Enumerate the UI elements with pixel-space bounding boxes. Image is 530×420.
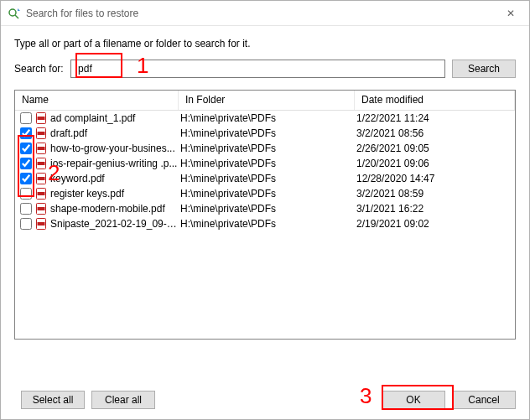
svg-rect-17 — [38, 222, 45, 226]
row-filename: shape-modern-mobile.pdf — [50, 203, 180, 215]
column-header-name[interactable]: Name — [15, 91, 179, 110]
app-icon — [8, 7, 21, 20]
row-date: 2/19/2021 09:02 — [356, 218, 510, 230]
row-date: 3/2/2021 08:56 — [356, 127, 510, 139]
row-date: 3/2/2021 08:59 — [356, 188, 510, 200]
svg-rect-7 — [38, 147, 45, 150]
clear-all-button[interactable]: Clear all — [91, 391, 155, 409]
file-list: Name In Folder Date modified ad complain… — [14, 90, 516, 340]
row-folder: H:\mine\private\PDFs — [180, 112, 356, 124]
row-checkbox[interactable] — [20, 158, 32, 169]
row-checkbox[interactable] — [20, 203, 32, 215]
row-folder: H:\mine\private\PDFs — [180, 203, 356, 215]
row-filename: ad complaint_1.pdf — [50, 112, 180, 124]
dialog-body: Type all or part of a filename or folder… — [1, 26, 529, 340]
dialog-footer: Select all Clear all OK Cancel — [1, 382, 529, 419]
dialog-window: Search for files to restore ✕ Type all o… — [0, 0, 530, 420]
table-row[interactable]: shape-modern-mobile.pdfH:\mine\private\P… — [15, 201, 515, 216]
row-filename: ios-repair-genius-writing .p... — [50, 158, 180, 169]
titlebar: Search for files to restore ✕ — [1, 1, 529, 26]
ok-button[interactable]: OK — [382, 391, 445, 409]
row-folder: H:\mine\private\PDFs — [180, 143, 356, 154]
row-filename: Snipaste_2021-02-19_09-02... — [50, 218, 180, 230]
row-folder: H:\mine\private\PDFs — [180, 127, 356, 139]
window-title: Search for files to restore — [26, 8, 492, 19]
pdf-file-icon — [35, 127, 47, 139]
row-date: 1/22/2021 11:24 — [356, 112, 510, 124]
row-checkbox[interactable] — [20, 218, 32, 230]
table-row[interactable]: register keys.pdfH:\mine\private\PDFs3/2… — [15, 186, 515, 201]
column-header-folder[interactable]: In Folder — [179, 91, 355, 110]
svg-rect-3 — [38, 117, 45, 120]
row-checkbox[interactable] — [20, 143, 32, 154]
table-row[interactable]: ios-repair-genius-writing .p...H:\mine\p… — [15, 156, 515, 171]
row-folder: H:\mine\private\PDFs — [180, 218, 356, 230]
svg-rect-11 — [38, 177, 45, 180]
row-date: 12/28/2020 14:47 — [356, 173, 510, 184]
row-filename: how-to-grow-your-busines... — [50, 143, 180, 154]
close-icon: ✕ — [507, 8, 515, 19]
row-checkbox[interactable] — [20, 173, 32, 184]
row-date: 1/20/2021 09:06 — [356, 158, 510, 169]
cancel-button[interactable]: Cancel — [452, 391, 516, 409]
pdf-file-icon — [35, 173, 47, 184]
pdf-file-icon — [35, 143, 47, 154]
row-folder: H:\mine\private\PDFs — [180, 173, 356, 184]
pdf-file-icon — [35, 158, 47, 169]
pdf-file-icon — [35, 112, 47, 124]
pdf-file-icon — [35, 188, 47, 200]
row-checkbox[interactable] — [20, 188, 32, 200]
list-rows: ad complaint_1.pdfH:\mine\private\PDFs1/… — [15, 111, 515, 231]
table-row[interactable]: how-to-grow-your-busines...H:\mine\priva… — [15, 141, 515, 156]
close-button[interactable]: ✕ — [492, 1, 529, 26]
row-checkbox[interactable] — [20, 112, 32, 124]
row-date: 2/26/2021 09:05 — [356, 143, 510, 154]
search-label: Search for: — [14, 63, 64, 75]
table-row[interactable]: draft.pdfH:\mine\private\PDFs3/2/2021 08… — [15, 126, 515, 141]
row-folder: H:\mine\private\PDFs — [180, 188, 356, 200]
instruction-text: Type all or part of a filename or folder… — [14, 38, 516, 49]
column-header-date[interactable]: Date modified — [355, 91, 515, 110]
pdf-file-icon — [35, 203, 47, 215]
pdf-file-icon — [35, 218, 47, 230]
row-filename: keyword.pdf — [50, 173, 180, 184]
svg-rect-15 — [38, 207, 45, 210]
svg-point-0 — [9, 9, 16, 16]
table-row[interactable]: ad complaint_1.pdfH:\mine\private\PDFs1/… — [15, 111, 515, 126]
row-filename: register keys.pdf — [50, 188, 180, 200]
svg-rect-9 — [38, 162, 45, 165]
search-row: Search for: Search — [14, 60, 516, 78]
svg-rect-13 — [38, 192, 45, 195]
row-date: 3/1/2021 16:22 — [356, 203, 510, 215]
search-input[interactable] — [70, 60, 445, 78]
list-header: Name In Folder Date modified — [15, 91, 515, 111]
row-checkbox[interactable] — [20, 127, 32, 139]
row-filename: draft.pdf — [50, 127, 180, 139]
select-all-button[interactable]: Select all — [21, 391, 85, 409]
table-row[interactable]: Snipaste_2021-02-19_09-02...H:\mine\priv… — [15, 216, 515, 231]
svg-line-1 — [15, 15, 18, 18]
svg-rect-5 — [38, 132, 45, 135]
search-button[interactable]: Search — [452, 60, 516, 78]
table-row[interactable]: keyword.pdfH:\mine\private\PDFs12/28/202… — [15, 171, 515, 186]
row-folder: H:\mine\private\PDFs — [180, 158, 356, 169]
